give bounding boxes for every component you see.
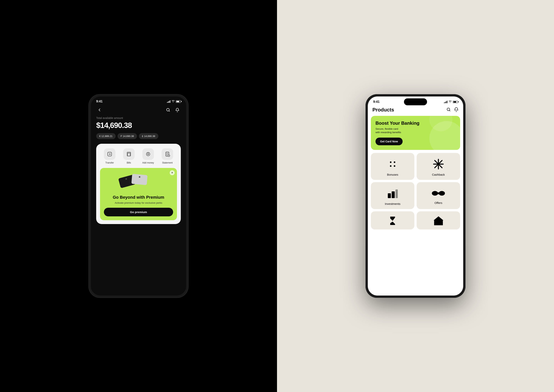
total-amount: $14,690.38	[96, 121, 181, 130]
transfer-icon	[104, 148, 115, 160]
investments-icon	[387, 188, 398, 200]
products-title: Products	[372, 107, 394, 113]
light-signal-icon	[444, 101, 447, 103]
dark-wifi-icon	[172, 100, 175, 103]
right-panel: 9:41	[277, 0, 554, 392]
svg-rect-12	[396, 189, 398, 198]
currency-pills: € 12,889.21 F 14,690.38 £ 14,690.38	[96, 133, 181, 139]
white-card: Transfer Bills	[96, 144, 181, 224]
svg-rect-11	[392, 191, 395, 198]
cashback-icon	[433, 158, 444, 171]
currency-pill-gbp[interactable]: £ 14,690.38	[139, 133, 158, 139]
premium-subtitle: Activate premium today for exclusive per…	[104, 201, 173, 204]
light-status-icons	[444, 100, 458, 103]
quick-actions: Transfer Bills	[100, 148, 177, 164]
product-offers[interactable]: Offers	[417, 182, 460, 209]
product-bonuses[interactable]: Bonuses	[371, 153, 414, 180]
action-transfer[interactable]: Transfer	[104, 148, 115, 164]
dark-phone-screen: 9:41	[91, 97, 186, 295]
dark-status-icons	[167, 100, 181, 103]
light-time: 9:41	[373, 100, 380, 104]
investments-label: Investments	[385, 202, 401, 205]
offers-label: Offers	[435, 201, 442, 204]
header-icons	[446, 107, 459, 113]
premium-banner: ✕	[100, 168, 177, 220]
statement-label: Statement	[162, 161, 173, 164]
premium-title: Go Beyond with Premium	[104, 195, 173, 200]
go-premium-button[interactable]: Go premium	[104, 208, 173, 216]
dark-nav-bar	[96, 105, 181, 116]
dark-time: 9:41	[96, 99, 102, 103]
products-search-button[interactable]	[446, 107, 451, 113]
boost-banner: Boost Your Banking Secure, flexible card…	[371, 116, 460, 150]
light-phone-screen: 9:41	[368, 97, 463, 295]
products-header: Products	[368, 105, 463, 116]
dark-battery-icon	[176, 100, 181, 103]
bonuses-icon	[387, 158, 398, 171]
product-grid: Bonuses Cashback	[368, 153, 463, 230]
light-wifi-icon	[449, 100, 452, 103]
dark-phone-frame: 9:41	[88, 94, 188, 298]
cashback-label: Cashback	[432, 173, 445, 176]
action-add-money[interactable]: Add money	[142, 148, 154, 164]
svg-point-8	[390, 165, 391, 167]
action-bills[interactable]: Bills	[123, 148, 135, 164]
transfer-label: Transfer	[105, 161, 114, 164]
svg-point-15	[439, 191, 445, 196]
dark-status-bar: 9:41	[91, 97, 186, 105]
bonuses-label: Bonuses	[387, 173, 398, 176]
svg-point-6	[390, 161, 391, 163]
insurance-icon	[433, 216, 444, 226]
action-statement[interactable]: Statement	[162, 148, 173, 164]
light-battery-icon	[453, 101, 458, 103]
statement-icon	[162, 148, 173, 160]
add-money-label: Add money	[142, 161, 154, 164]
bills-label: Bills	[127, 161, 131, 164]
svg-point-13	[432, 191, 438, 196]
product-insurance[interactable]	[417, 211, 460, 230]
add-money-icon	[142, 148, 154, 160]
savings-icon	[389, 216, 396, 226]
dynamic-island	[404, 98, 427, 105]
cards-visual	[104, 173, 173, 192]
bell-button[interactable]	[174, 106, 181, 113]
svg-point-9	[394, 165, 395, 167]
total-label: Total available amount	[96, 116, 181, 119]
products-bell-button[interactable]	[454, 107, 459, 113]
light-card	[131, 174, 148, 185]
dark-signal-icon	[167, 100, 170, 103]
left-panel: 9:41	[0, 0, 277, 392]
offers-icon	[432, 189, 445, 199]
bills-icon	[123, 148, 135, 160]
get-card-button[interactable]: Get Card Now	[375, 138, 403, 145]
product-investments[interactable]: Investments	[371, 182, 414, 209]
svg-rect-10	[388, 193, 391, 198]
nav-icons-right	[165, 106, 181, 113]
currency-pill-f[interactable]: F 14,690.38	[117, 133, 137, 139]
currency-pill-eur[interactable]: € 12,889.21	[96, 133, 116, 139]
product-cashback[interactable]: Cashback	[417, 153, 460, 180]
product-savings[interactable]	[371, 211, 414, 230]
light-status-bar: 9:41	[368, 97, 463, 105]
search-button[interactable]	[165, 106, 172, 113]
back-button[interactable]	[96, 106, 103, 113]
svg-point-7	[394, 161, 395, 163]
light-phone-frame: 9:41	[366, 94, 466, 298]
svg-marker-18	[434, 216, 443, 225]
